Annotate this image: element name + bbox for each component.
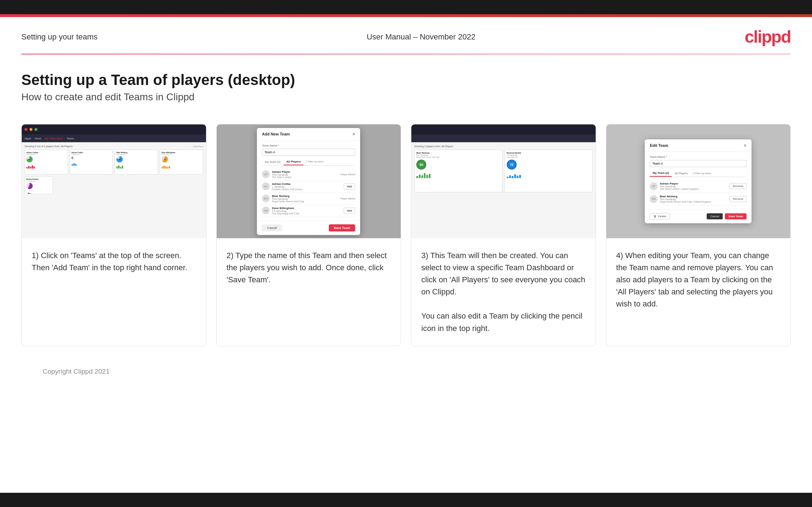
screenshot-4: Edit Team × Team Name * My Team (2) All … xyxy=(606,124,791,238)
edit-tab-filter-label: ☐ Filter by name xyxy=(692,172,711,175)
edit-team-modal: Edit Team × Team Name * My Team (2) All … xyxy=(645,139,752,223)
edit-save-team-button[interactable]: Save Team xyxy=(725,213,747,219)
card-4-description: 4) When editing your Team, you can chang… xyxy=(606,238,791,321)
player-row: DB Dave Billingham 5.6 Handicap The Dog … xyxy=(262,205,355,217)
add-player-button[interactable]: Add xyxy=(344,183,355,190)
card-1-description: 1) Click on 'Teams' at the top of the sc… xyxy=(22,238,206,285)
edit-player-row: BM Blair McHarg Plus Handicap Royal Nort… xyxy=(650,193,747,206)
page-title: Setting up a Team of players (desktop) xyxy=(21,71,791,89)
screenshot-2: Add New Team × Team Name * My Team (2) A… xyxy=(217,124,401,238)
player-info: Adrian Coliba 1 Handicap Central London … xyxy=(272,182,344,191)
player-list: AP Adrian Player Plus Handicap The Shire… xyxy=(262,169,355,217)
delete-team-button[interactable]: 🗑 Delete xyxy=(650,213,670,220)
trash-icon: 🗑 xyxy=(654,215,657,218)
card-1: clippd Home My Performance Teams Showing… xyxy=(21,124,206,346)
player-info: Adrian Player Plus Handicap The Shire Lo… xyxy=(660,182,729,190)
player-info: Dave Billingham 5.6 Handicap The Dog Maj… xyxy=(272,207,344,215)
header-manual-label: User Manual – November 2022 xyxy=(367,32,475,42)
player-info: Blair McHarg Plus Handicap Royal North D… xyxy=(272,194,340,203)
page-subtitle: How to create and edit Teams in Clippd xyxy=(21,91,791,103)
save-team-button[interactable]: Save Team xyxy=(329,224,355,231)
add-new-team-modal: Add New Team × Team Name * My Team (2) A… xyxy=(257,128,360,235)
team-name-label: Team Name * xyxy=(262,144,355,147)
modal-close-icon[interactable]: × xyxy=(352,132,355,137)
player-avatar: BM xyxy=(650,195,658,203)
edit-cancel-button[interactable]: Cancel xyxy=(707,213,723,219)
edit-modal-close-icon[interactable]: × xyxy=(744,143,747,148)
player-row: AC Adrian Coliba 1 Handicap Central Lond… xyxy=(262,181,355,193)
player-row: AP Adrian Player Plus Handicap The Shire… xyxy=(262,169,355,181)
remove-player-button[interactable]: Remove xyxy=(729,196,747,202)
player-info: Adrian Player Plus Handicap The Shire Lo… xyxy=(272,170,340,178)
player-avatar: AC xyxy=(262,182,270,190)
edit-tab-my-team[interactable]: My Team (2) xyxy=(650,170,672,177)
modal-footer: Cancel Save Team xyxy=(257,220,360,235)
edit-tab-all-players[interactable]: All Players xyxy=(672,170,691,176)
player-row: BM Blair McHarg Plus Handicap Royal Nort… xyxy=(262,193,355,205)
edit-player-row: AP Adrian Player Plus Handicap The Shire… xyxy=(650,180,747,193)
player-avatar: AP xyxy=(262,170,270,178)
tab-my-team[interactable]: My Team (2) xyxy=(262,159,283,165)
player-avatar: DB xyxy=(262,207,270,214)
player-avatar: AP xyxy=(650,182,658,190)
card-3: Showing 2 players from: All Players Blai… xyxy=(411,124,596,346)
copyright-text: Copyright Clippd 2021 xyxy=(43,368,110,375)
player-avatar: BM xyxy=(262,194,270,202)
cards-row: clippd Home My Performance Teams Showing… xyxy=(21,124,791,346)
tab-all-players[interactable]: All Players xyxy=(284,159,304,165)
player-added-badge: Player Added xyxy=(341,173,355,176)
top-bar xyxy=(0,0,812,14)
card-2: Add New Team × Team Name * My Team (2) A… xyxy=(216,124,401,346)
header: Setting up your teams User Manual – Nove… xyxy=(0,17,812,54)
clippd-logo: clippd xyxy=(745,27,791,47)
screenshot-1: clippd Home My Performance Teams Showing… xyxy=(22,124,206,238)
card-3-description: 3) This Team will then be created. You c… xyxy=(411,238,596,346)
accent-bar xyxy=(0,14,812,17)
main-content: Setting up a Team of players (desktop) H… xyxy=(0,54,812,397)
tab-filter-label: ☐ Filter by name xyxy=(305,160,323,163)
team-name-input[interactable] xyxy=(262,149,355,156)
screenshot-3: Showing 2 players from: All Players Blai… xyxy=(411,124,596,238)
bottom-bar xyxy=(0,493,812,507)
edit-team-name-label: Team Name * xyxy=(650,155,747,159)
footer: Copyright Clippd 2021 xyxy=(21,361,791,383)
player-info: Blair McHarg Plus Handicap Royal North D… xyxy=(660,195,729,203)
edit-team-name-input[interactable] xyxy=(650,160,747,167)
edit-modal-footer: 🗑 Delete Cancel Save Team xyxy=(645,209,752,223)
card-2-description: 2) Type the name of this Team and then s… xyxy=(217,238,401,297)
card-4: Edit Team × Team Name * My Team (2) All … xyxy=(606,124,791,346)
add-player-button[interactable]: Add xyxy=(344,208,355,214)
edit-modal-title: Edit Team xyxy=(650,143,668,148)
modal-title: Add New Team xyxy=(262,132,290,136)
player-added-badge: Player Added xyxy=(341,197,355,200)
cancel-button[interactable]: Cancel xyxy=(262,224,282,231)
remove-player-button[interactable]: Remove xyxy=(729,183,747,189)
header-section-label: Setting up your teams xyxy=(21,32,97,42)
